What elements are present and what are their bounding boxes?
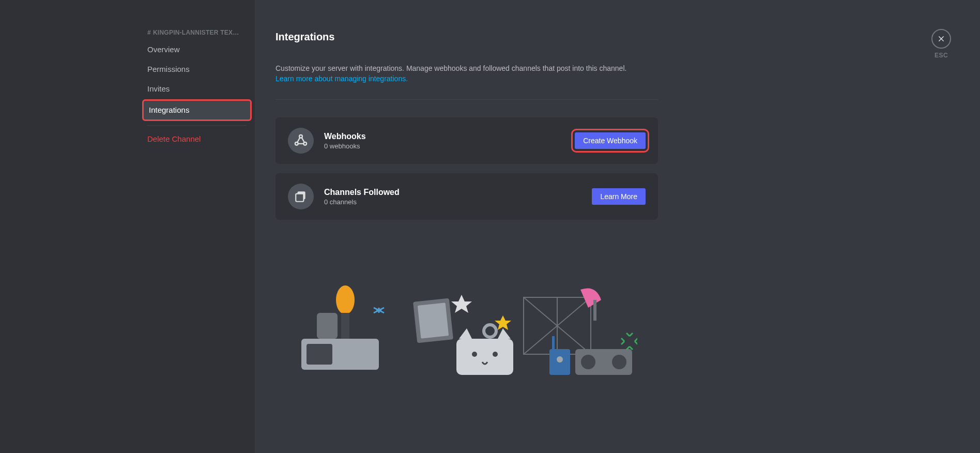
channels-followed-card: Channels Followed 0 channels Learn More — [275, 173, 658, 220]
settings-sidebar: #KINGPIN-LANNISTER TEX… Overview Permiss… — [0, 0, 255, 453]
sidebar-item-label: Permissions — [147, 65, 190, 73]
svg-rect-6 — [307, 344, 332, 365]
page-title: Integrations — [275, 31, 658, 43]
channel-type-truncated: TEX… — [220, 29, 239, 36]
close-label: ESC — [935, 52, 948, 59]
svg-rect-24 — [593, 300, 596, 321]
channel-header: #KINGPIN-LANNISTER TEX… — [142, 29, 252, 40]
svg-point-27 — [612, 355, 626, 369]
svg-point-15 — [472, 352, 477, 357]
description-text: Customize your server with integrations.… — [275, 64, 626, 72]
svg-point-16 — [493, 352, 498, 357]
svg-rect-11 — [418, 303, 449, 339]
channels-followed-count: 0 channels — [324, 198, 592, 206]
svg-point-8 — [336, 285, 355, 314]
learn-more-button[interactable]: Learn More — [592, 188, 646, 205]
close-icon — [931, 29, 951, 49]
svg-point-30 — [557, 356, 563, 363]
integrations-description: Customize your server with integrations.… — [275, 64, 658, 84]
sidebar-item-permissions[interactable]: Permissions — [142, 60, 252, 79]
svg-marker-17 — [459, 328, 472, 339]
svg-rect-9 — [341, 313, 349, 339]
sidebar-item-invites[interactable]: Invites — [142, 80, 252, 98]
create-webhook-button[interactable]: Create Webhook — [575, 132, 646, 149]
svg-point-19 — [484, 325, 496, 337]
decorative-illustration — [275, 271, 658, 375]
svg-rect-4 — [296, 194, 303, 202]
svg-point-26 — [581, 355, 595, 369]
sidebar-item-label: Overview — [147, 45, 180, 54]
close-button[interactable]: ESC — [931, 29, 951, 59]
sidebar-item-label: Delete Channel — [147, 134, 201, 143]
webhook-icon — [288, 128, 314, 154]
svg-rect-7 — [317, 313, 338, 339]
svg-rect-14 — [456, 339, 513, 375]
webhooks-title: Webhooks — [324, 132, 575, 141]
channels-followed-icon — [288, 184, 314, 209]
sidebar-item-integrations[interactable]: Integrations — [142, 99, 252, 121]
svg-marker-13 — [495, 315, 511, 330]
hash-icon: # — [147, 29, 151, 36]
webhooks-count: 0 webhooks — [324, 142, 575, 150]
sidebar-divider — [147, 125, 247, 126]
channel-name: KINGPIN-LANNISTER — [153, 29, 219, 36]
svg-marker-12 — [451, 295, 472, 313]
sidebar-item-delete-channel[interactable]: Delete Channel — [142, 130, 252, 148]
webhooks-card: Webhooks 0 webhooks Create Webhook — [275, 117, 658, 164]
channels-followed-title: Channels Followed — [324, 188, 592, 197]
sidebar-item-overview[interactable]: Overview — [142, 40, 252, 59]
sidebar-item-label: Integrations — [149, 105, 189, 114]
learn-more-link[interactable]: Learn more about managing integrations. — [275, 74, 408, 83]
sidebar-item-label: Invites — [147, 84, 170, 93]
settings-content: ESC Integrations Customize your server w… — [255, 0, 980, 453]
svg-marker-18 — [498, 328, 511, 339]
section-divider — [275, 99, 658, 100]
svg-rect-29 — [552, 336, 555, 349]
